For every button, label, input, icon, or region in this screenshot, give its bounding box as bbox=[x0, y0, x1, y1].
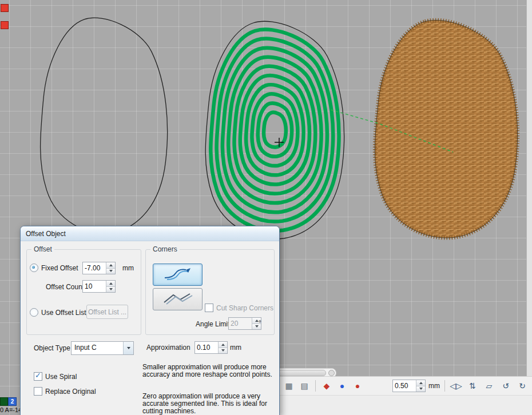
spin-up-button[interactable] bbox=[416, 380, 425, 386]
outline-object[interactable] bbox=[41, 18, 168, 233]
object-type-dropdown[interactable]: Input C bbox=[71, 341, 134, 355]
palette-chip-red-1[interactable] bbox=[1, 4, 9, 12]
use-offset-list-label: Use Offset List bbox=[41, 309, 86, 317]
offset-group: Offset Fixed Offset mm Offset Count bbox=[26, 249, 141, 335]
thread-color-blue-icon[interactable]: ● bbox=[336, 380, 348, 392]
round-corners-style-button[interactable] bbox=[153, 264, 203, 286]
use-spiral-label: Use Spiral bbox=[45, 373, 77, 381]
use-spiral-row[interactable]: Use Spiral bbox=[34, 372, 77, 381]
offset-count-input[interactable] bbox=[82, 280, 116, 293]
angle-limit-value[interactable] bbox=[229, 318, 252, 329]
dialog-titlebar[interactable]: Offset Object bbox=[21, 226, 279, 241]
fixed-offset-radio[interactable] bbox=[30, 264, 38, 272]
hoop-icon[interactable]: ▤ bbox=[298, 380, 311, 392]
fixed-offset-unit: mm bbox=[122, 264, 134, 272]
scrollbar-button[interactable] bbox=[328, 370, 335, 376]
spin-up-button[interactable] bbox=[106, 281, 115, 286]
unit-label: mm bbox=[428, 382, 440, 390]
cut-sharp-corners-label: Cut Sharp Corners bbox=[216, 304, 273, 312]
object-type-value: Input C bbox=[72, 342, 123, 354]
toolbar-icons-right: ◁▷⇅▱↺↻ bbox=[450, 380, 529, 392]
spin-down-button[interactable] bbox=[219, 348, 227, 354]
dialog-title: Offset Object bbox=[26, 230, 66, 238]
grid-icon[interactable]: ▦ bbox=[283, 380, 295, 392]
cut-sharp-corners-checkbox[interactable] bbox=[205, 304, 213, 312]
offset-spiral-object[interactable] bbox=[205, 21, 344, 239]
approximation-input[interactable] bbox=[194, 341, 228, 354]
toolbar-lower-panel bbox=[279, 395, 532, 415]
mirror-vertical-icon[interactable]: ⇅ bbox=[466, 380, 479, 392]
replace-original-label: Replace Original bbox=[45, 388, 96, 396]
replace-original-checkbox[interactable] bbox=[34, 387, 42, 396]
dropdown-arrow-icon[interactable] bbox=[123, 342, 133, 354]
corners-group: Corners bbox=[145, 249, 275, 335]
rotate-ccw-icon[interactable]: ↺ bbox=[499, 380, 512, 392]
spin-down-button[interactable] bbox=[106, 268, 115, 274]
offset-list-button[interactable]: Offset List ... bbox=[86, 305, 128, 319]
stitch-spacing-value[interactable] bbox=[393, 380, 416, 392]
approximation-label: Approximation bbox=[146, 344, 190, 352]
angle-limit-input[interactable] bbox=[228, 317, 261, 330]
stitch-spacing-input[interactable] bbox=[392, 380, 426, 392]
offset-count-value[interactable] bbox=[83, 281, 106, 292]
toolbar-separator bbox=[315, 380, 316, 392]
application-window: ▦▤◆●● mm ◁▷⇅▱↺↻ 2 0 A=-14 Offset Object bbox=[0, 0, 532, 415]
stitched-object[interactable] bbox=[375, 20, 517, 238]
zero-approximation-help-text: Zero approximation will produce a very a… bbox=[142, 393, 273, 415]
toolbar-icons-left: ▦▤◆●● bbox=[283, 380, 364, 392]
approximation-unit: mm bbox=[230, 344, 241, 352]
angle-limit-label: Angle Limit bbox=[196, 320, 229, 328]
skew-icon[interactable]: ▱ bbox=[483, 380, 495, 392]
use-spiral-checkbox[interactable] bbox=[34, 372, 42, 381]
offset-group-label: Offset bbox=[31, 245, 54, 253]
sharp-corners-style-button[interactable] bbox=[153, 288, 203, 310]
use-offset-list-radio[interactable] bbox=[30, 308, 38, 317]
spin-up-button[interactable] bbox=[106, 262, 115, 268]
corners-group-label: Corners bbox=[150, 245, 180, 253]
approximation-help-text: Smaller approximation will produce more … bbox=[142, 364, 273, 378]
palette-chip-red-2[interactable] bbox=[1, 21, 9, 29]
fixed-offset-label: Fixed Offset bbox=[41, 264, 78, 272]
mirror-horizontal-icon[interactable]: ◁▷ bbox=[450, 380, 462, 392]
vertical-scrollbar[interactable] bbox=[526, 0, 532, 376]
spin-down-button[interactable] bbox=[416, 386, 425, 392]
offset-count-label: Offset Count bbox=[46, 283, 84, 291]
thread-color-red-icon[interactable]: ● bbox=[351, 380, 364, 392]
fixed-offset-radio-row[interactable]: Fixed Offset bbox=[30, 264, 78, 272]
fixed-offset-input[interactable] bbox=[82, 262, 116, 274]
round-corners-icon bbox=[161, 267, 194, 282]
thread-swatch-blue[interactable]: 2 bbox=[8, 397, 17, 406]
use-offset-list-radio-row[interactable]: Use Offset List bbox=[30, 308, 86, 317]
stitch-marker-icon[interactable]: ◆ bbox=[320, 380, 333, 392]
angle-limit-unit: ° bbox=[259, 319, 261, 327]
object-type-label: Object Type bbox=[34, 344, 70, 352]
replace-original-row[interactable]: Replace Original bbox=[34, 387, 96, 396]
spin-down-button[interactable] bbox=[106, 286, 115, 293]
bottom-toolbar: ▦▤◆●● mm ◁▷⇅▱↺↻ bbox=[279, 376, 532, 415]
sharp-corners-icon bbox=[161, 292, 194, 307]
cut-sharp-corners-row[interactable]: Cut Sharp Corners bbox=[205, 304, 273, 312]
offset-object-dialog: Offset Object Offset Fixed Offset mm Off… bbox=[20, 226, 280, 415]
rotate-cw-icon[interactable]: ↻ bbox=[516, 380, 529, 392]
thread-swatch-green[interactable] bbox=[0, 397, 8, 406]
approximation-value[interactable] bbox=[195, 342, 218, 353]
fixed-offset-value[interactable] bbox=[83, 262, 106, 274]
spin-up-button[interactable] bbox=[219, 342, 227, 348]
coordinates-readout: 0 A=-14 bbox=[0, 406, 22, 413]
toolbar-separator bbox=[444, 380, 445, 392]
